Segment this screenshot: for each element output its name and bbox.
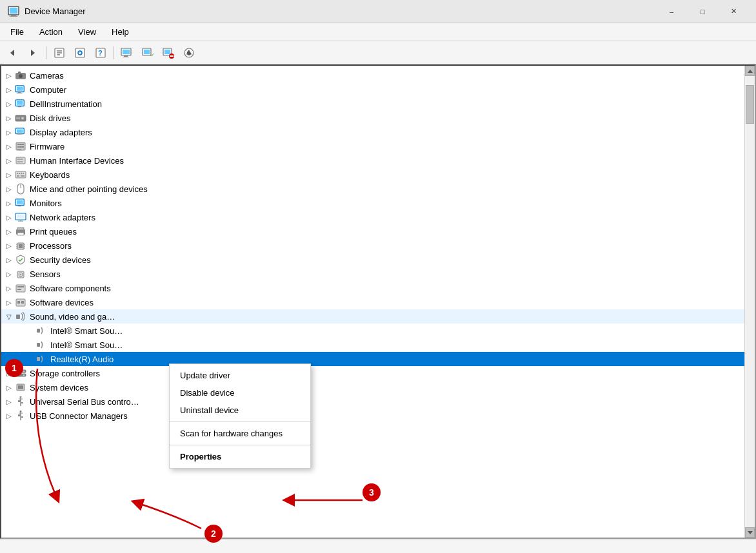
ctx-properties[interactable]: Properties [170,448,310,465]
help-button[interactable]: ? [91,44,110,62]
expander-keyboards: ▷ [4,170,14,180]
tree-item-humaninterface[interactable]: ▷ Human Interface Devices [1,153,744,168]
audiochild1-icon [35,324,48,337]
svg-marker-4 [10,50,14,56]
back-button[interactable] [3,44,22,62]
title-bar: Device Manager – □ ✕ [0,0,756,23]
menu-file[interactable]: File [3,24,32,39]
printer-icon [14,225,27,238]
ctx-sep-2 [170,445,310,445]
tree-item-usbconnectors[interactable]: ▷ USB Connector Managers [1,409,744,423]
svg-rect-33 [17,87,23,91]
svg-rect-88 [17,289,21,290]
tree-item-keyboards[interactable]: ▷ Keyboards [1,168,744,182]
displayadapters-label: Display adapters [30,128,92,137]
minimize-button[interactable]: – [657,1,686,22]
tree-view[interactable]: ▷ Cameras ▷ Computer ▷ DellInstrumentati… [1,66,744,538]
close-button[interactable]: ✕ [719,1,748,22]
expander-diskdrives: ▷ [4,113,14,123]
systemdevices-label: System devices [30,383,88,393]
keyboards-label: Keyboards [30,170,70,180]
tree-item-cameras[interactable]: ▷ Cameras [1,68,744,82]
tree-item-monitors[interactable]: ▷ Monitors [1,196,744,210]
expander-network: ▷ [4,212,14,222]
tree-item-dellinstrumentation[interactable]: ▷ DellInstrumentation [1,97,744,111]
display-icon [14,126,27,139]
update-driver-button[interactable]: ? [70,44,90,62]
diskdrive-icon [14,112,27,124]
expander-security: ▷ [4,255,14,265]
scan-changes-button[interactable]: ✓ [138,44,157,62]
step-1-badge: 1 [5,359,23,377]
properties-button[interactable] [50,44,69,62]
menu-action[interactable]: Action [32,24,70,39]
camera-icon [14,69,27,82]
tree-item-printqueues[interactable]: ▷ Print queues [1,224,744,238]
menu-help[interactable]: Help [104,24,137,39]
tree-item-storagecontrollers[interactable]: ▷ Storage controllers [1,366,744,380]
tree-item-diskdrives[interactable]: ▷ Disk drives [1,111,744,125]
tree-item-realtek[interactable]: Realtek(R) Audio [1,352,744,366]
sensor-icon [14,267,27,280]
ctx-disable-device[interactable]: Disable device [170,384,310,402]
svg-rect-87 [17,286,24,287]
download-button[interactable] [179,44,199,62]
forward-button[interactable] [23,44,43,62]
svg-point-109 [20,411,22,412]
svg-point-104 [20,396,22,398]
system-icon [14,381,27,394]
scroll-up[interactable] [745,66,755,76]
expander-cameras: ▷ [4,70,14,81]
ctx-uninstall-device[interactable]: Uninstall device [170,402,310,419]
remove-device-button[interactable] [159,44,178,62]
scroll-thumb[interactable] [746,85,754,124]
maximize-button[interactable]: □ [688,1,717,22]
tree-item-systemdevices[interactable]: ▷ System devices [1,380,744,394]
svg-rect-38 [18,106,21,108]
svg-rect-105 [18,400,21,402]
tree-item-processors[interactable]: ▷ Processors [1,238,744,253]
tree-item-usb[interactable]: ▷ Universal Serial Bus contro… [1,394,744,409]
soundvideo-label: Sound, video and ga… [30,312,115,322]
networkadapters-label: Network adapters [30,213,95,222]
tree-item-intel2[interactable]: Intel® Smart Sou… [1,338,744,352]
softwarecomp-icon [14,282,27,295]
svg-point-40 [21,117,24,120]
svg-rect-95 [37,357,40,361]
svg-rect-92 [16,315,20,319]
computer-label: Computer [30,85,66,95]
firmware-icon [14,140,27,153]
tree-item-mice[interactable]: ▷ Mice and other pointing devices [1,182,744,196]
tree-item-softwaredevices[interactable]: ▷ Software devices [1,295,744,309]
tree-item-firmware[interactable]: ▷ Firmware [1,139,744,153]
svg-rect-94 [37,343,40,347]
display-properties-button[interactable] [117,44,137,62]
tree-item-networkadapters[interactable]: ▷ Network adapters [1,210,744,224]
expander-realtek [25,354,35,364]
svg-text:✓: ✓ [150,52,154,58]
tree-item-soundvideo[interactable]: ▽ Sound, video and ga… [1,309,744,324]
ctx-scan-hardware[interactable]: Scan for hardware changes [170,425,310,442]
tree-item-displayadapters[interactable]: ▷ Display adapters [1,125,744,139]
expander-hid: ▷ [4,155,14,166]
diskdrives-label: Disk drives [30,113,71,123]
expander-intel1 [25,325,35,336]
scroll-down[interactable] [745,527,755,538]
window-title: Device Manager [25,6,86,16]
tree-item-softwarecomponents[interactable]: ▷ Software components [1,281,744,295]
menu-view[interactable]: View [70,24,104,39]
tree-item-sensors[interactable]: ▷ Sensors [1,267,744,281]
expander-softwarecomp: ▷ [4,283,14,293]
tree-item-intel1[interactable]: Intel® Smart Sou… [1,324,744,338]
svg-text:?: ? [98,49,103,57]
tree-item-securitydevices[interactable]: ▷ Security devices [1,253,744,267]
scrollbar[interactable] [744,66,755,538]
svg-marker-112 [748,70,753,73]
step-2-badge: 2 [204,525,223,543]
softwaredevices-label: Software devices [30,298,94,307]
tree-item-computer[interactable]: ▷ Computer [1,82,744,97]
audio-icon [14,310,27,323]
ctx-update-driver[interactable]: Update driver [170,367,310,384]
expander-print: ▷ [4,226,14,237]
svg-rect-54 [19,161,21,162]
